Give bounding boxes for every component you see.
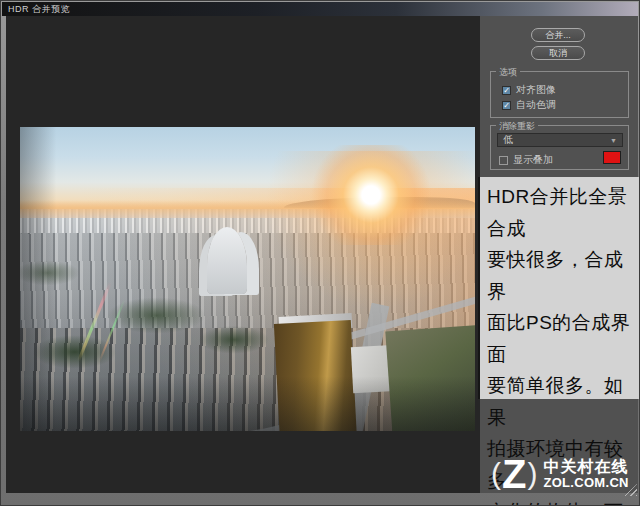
chevron-down-icon: ▼ bbox=[610, 137, 617, 144]
logo-paren-right: ) bbox=[527, 459, 537, 489]
logo-site-name: 中关村在线 bbox=[543, 458, 628, 476]
checkbox-checked-icon: ✓ bbox=[502, 86, 511, 95]
zol-z-icon: Z bbox=[502, 454, 526, 494]
caption-text: HDR合并比全景合成 要快很多，合成界 面比PS的合成界面 要简单很多。如果 拍… bbox=[478, 177, 640, 399]
align-images-checkbox[interactable]: ✓ 对齐图像 bbox=[502, 83, 556, 97]
hdr-merge-preview-dialog: HDR 合并预览 合并... bbox=[0, 0, 640, 506]
photo-vignette bbox=[20, 127, 475, 431]
logo-text: 中关村在线 ZOL.COM.CN bbox=[543, 458, 628, 490]
show-overlay-label: 显示叠加 bbox=[513, 153, 553, 167]
window-titlebar[interactable]: HDR 合并预览 bbox=[2, 2, 638, 16]
window-title: HDR 合并预览 bbox=[8, 4, 70, 14]
checkbox-checked-icon: ✓ bbox=[502, 101, 511, 110]
cancel-button-label: 取消 bbox=[549, 47, 567, 60]
auto-tone-label: 自动色调 bbox=[516, 98, 556, 112]
deghost-amount-dropdown[interactable]: 低 ▼ bbox=[497, 133, 623, 147]
merge-button[interactable]: 合并... bbox=[531, 28, 585, 42]
merge-button-label: 合并... bbox=[545, 29, 571, 42]
logo-site-domain: ZOL.COM.CN bbox=[543, 476, 628, 490]
show-overlay-checkbox[interactable]: 显示叠加 bbox=[499, 153, 553, 167]
deghost-group: 消除重影 低 ▼ 显示叠加 bbox=[490, 125, 629, 170]
preview-image bbox=[20, 127, 475, 431]
overlay-color-swatch[interactable] bbox=[603, 151, 621, 164]
deghost-group-legend: 消除重影 bbox=[496, 120, 538, 133]
align-images-label: 对齐图像 bbox=[516, 83, 556, 97]
auto-tone-checkbox[interactable]: ✓ 自动色调 bbox=[502, 98, 556, 112]
options-group: 选项 ✓ 对齐图像 ✓ 自动色调 bbox=[490, 71, 629, 118]
checkbox-unchecked-icon bbox=[499, 156, 508, 165]
logo-paren-left: ( bbox=[491, 459, 501, 489]
options-group-legend: 选项 bbox=[496, 66, 520, 79]
deghost-amount-value: 低 bbox=[503, 133, 513, 147]
zol-logo: ( Z ) 中关村在线 ZOL.COM.CN bbox=[491, 451, 639, 497]
cancel-button[interactable]: 取消 bbox=[531, 46, 585, 60]
